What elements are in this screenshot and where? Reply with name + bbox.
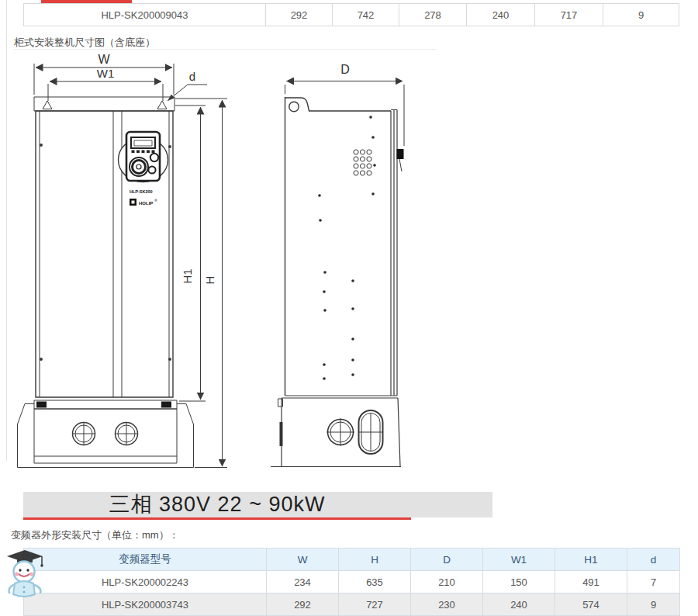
dim-label-depth: D xyxy=(340,63,350,76)
dim-label-h1: H1 xyxy=(181,268,194,283)
col-header-h: H xyxy=(338,548,411,571)
cell-d: 230 xyxy=(410,593,483,616)
side-base xyxy=(271,398,401,467)
hanging-hole xyxy=(289,102,299,111)
col-header-w1: W1 xyxy=(482,548,555,571)
cell-w1: 150 xyxy=(482,570,555,594)
keypad xyxy=(119,132,168,182)
brand-model-label: HLP-SK200 xyxy=(130,189,153,194)
cell-model: HLP-SK200003743 xyxy=(23,593,267,616)
cell-w: 234 xyxy=(266,570,339,594)
rivet-dots xyxy=(318,116,376,380)
cell-dd: 7 xyxy=(627,570,680,594)
col-header-dd: d xyxy=(627,548,680,571)
cell-dd: 9 xyxy=(627,593,680,616)
banner-text: 三相 380V 22 ~ 90kW xyxy=(109,493,326,516)
brand-logo-label: HOLIP xyxy=(139,201,153,206)
vent-hole-grid xyxy=(354,150,371,175)
cell-model: HLP-SK200002243 xyxy=(23,570,267,594)
dim-label-w1: W1 xyxy=(97,67,115,80)
table-row: HLP-SK200003743 292 727 230 240 574 9 xyxy=(23,593,680,616)
cabinet-dimension-drawing: W W1 d xyxy=(0,0,698,490)
table-row: HLP-SK200002243 234 635 210 150 491 7 xyxy=(23,570,680,594)
manual-page: HLP-SK200009043 292 742 278 240 717 9 柜式… xyxy=(0,0,698,616)
table-header-row: 变频器型号 W H D W1 H1 d xyxy=(23,548,680,571)
col-header-d: D xyxy=(410,548,483,571)
cell-d: 210 xyxy=(410,570,483,594)
banner-underline xyxy=(23,517,411,520)
dim-label-w: W xyxy=(98,53,110,66)
latch xyxy=(397,149,404,159)
dim-label-d-hole: d xyxy=(189,70,195,83)
cable-gland-holes xyxy=(73,423,138,445)
col-header-h1: H1 xyxy=(555,548,627,571)
cell-w: 292 xyxy=(266,593,339,616)
power-range-banner: 三相 380V 22 ~ 90kW xyxy=(23,492,492,517)
cell-w1: 240 xyxy=(482,593,555,616)
dim-label-h: H xyxy=(203,276,216,285)
front-view: W W1 d xyxy=(18,53,228,468)
front-base xyxy=(18,400,194,468)
cell-h: 727 xyxy=(338,593,411,616)
side-view: D xyxy=(271,63,404,467)
cell-h1: 491 xyxy=(555,570,627,594)
cell-h1: 574 xyxy=(555,593,627,616)
cell-h: 635 xyxy=(338,570,411,594)
dimensions-table: 变频器型号 W H D W1 H1 d HLP-SK200002243 234 … xyxy=(23,548,680,616)
col-header-w: W xyxy=(266,548,339,571)
col-header-model: 变频器型号 xyxy=(23,548,267,571)
dimensions-subtitle: 变频器外形安装尺寸（单位：mm）： xyxy=(11,528,179,542)
